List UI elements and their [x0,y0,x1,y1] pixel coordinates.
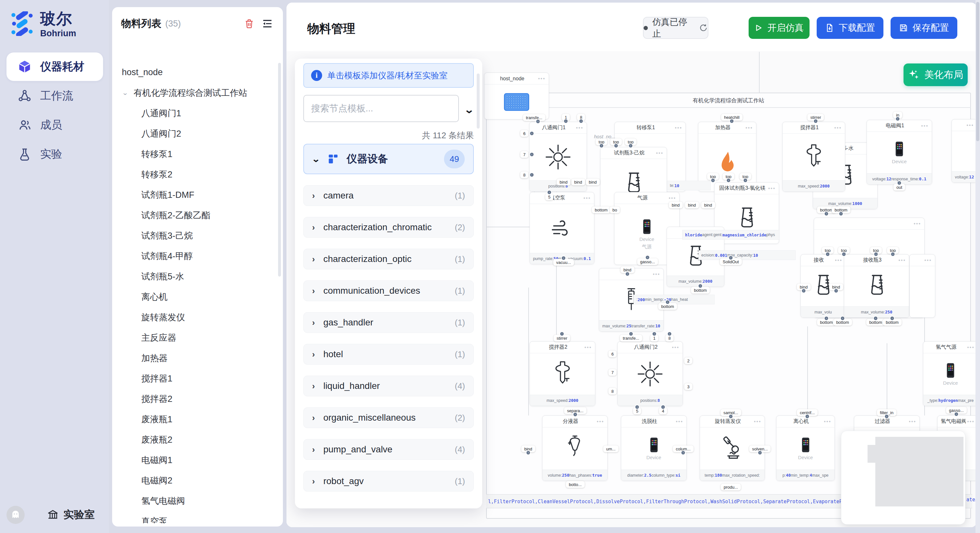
port-dot[interactable]: › [635,405,640,409]
canvas-node-接收瓶3[interactable]: 接收瓶3•••max_volume: 250 [844,254,909,318]
port-dot[interactable]: › [711,178,716,183]
port-dot[interactable]: › [665,300,670,305]
port-dot[interactable]: › [840,316,845,321]
tree-item[interactable]: 搅拌器1 [112,368,278,389]
port-pill-7[interactable]: 7 [608,369,616,376]
canvas-node-搅拌器1[interactable]: 搅拌器1•••max_speed: 2000 [782,122,845,192]
port-pill-bind[interactable]: bind [557,179,571,186]
port-dot[interactable]: › [891,252,896,257]
port-dot[interactable]: › [874,252,878,257]
category-row-hotel[interactable]: ›hotel(1) [303,344,474,365]
tree-item[interactable]: 电磁阀1 [112,450,278,470]
tree-item-host-node[interactable]: host_node [112,62,278,82]
port-pill-8[interactable]: 8 [520,171,528,178]
category-row-characterization_optic[interactable]: ›characterization_optic(1) [303,249,474,270]
port-dot[interactable]: › [896,117,900,121]
port-dot[interactable]: › [652,332,657,336]
port-dot[interactable]: › [625,272,630,276]
port-pill-botto...[interactable]: botto... [566,481,585,488]
palette-scrollbar[interactable] [477,73,480,128]
port-pill-7[interactable]: 7 [520,151,528,158]
port-dot[interactable]: › [698,284,703,289]
canvas-node-搅拌器2[interactable]: 搅拌器2•••max_speed: 2000 [530,341,595,406]
tree-item[interactable]: 八通阀门2 [112,124,278,144]
chevron-down-icon[interactable]: ⌄ [464,104,474,115]
port-pill-bottom[interactable]: bottom [592,206,611,213]
sidebar-item-members[interactable]: 成员 [6,111,103,139]
port-dot[interactable]: › [573,412,578,417]
port-pill-um...[interactable]: um... [603,446,619,452]
port-pill-bind[interactable]: bind [685,202,699,209]
port-dot[interactable]: › [530,173,535,178]
port-dot[interactable]: › [897,181,902,186]
port-dot[interactable]: › [526,451,531,455]
tree-item[interactable]: 电磁阀2 [112,470,278,490]
port-dot[interactable]: › [834,289,839,293]
port-pill-produ...[interactable]: produ... [721,484,741,490]
port-pill-bind[interactable]: bind [586,179,600,186]
canvas-node-card[interactable]: ••• [909,254,935,318]
port-pill-6[interactable]: 6 [520,130,528,137]
trash-icon[interactable] [243,17,256,30]
port-dot[interactable]: › [890,316,895,321]
minimap[interactable] [841,431,966,525]
category-row-pump_and_valve[interactable]: ›pump_and_valve(4) [303,439,474,460]
tree-item[interactable]: 氢气电磁阀 [112,490,278,511]
port-dot[interactable]: › [681,451,686,455]
port-dot[interactable]: › [599,143,604,148]
refresh-icon[interactable] [699,23,708,32]
category-group-instruments[interactable]: ⌄ 仪器设备 49 [303,144,474,174]
port-dot[interactable]: › [839,211,843,216]
category-row-characterization_chromatic[interactable]: ›characterization_chromatic(2) [303,217,474,238]
simulation-status-badge[interactable]: 仿真已停止 [643,17,708,39]
minimap-viewport[interactable] [875,437,964,506]
window-scrollbar[interactable] [975,0,980,533]
port-dot[interactable]: › [729,414,733,419]
port-pill-2[interactable]: 2 [684,357,692,364]
port-dot[interactable]: › [954,412,959,417]
port-pill-bind[interactable]: bind [571,179,585,186]
port-dot[interactable]: › [743,178,748,183]
port-dot[interactable]: › [629,332,633,336]
tree-item[interactable]: 试剂瓶4-甲醇 [112,246,278,266]
port-dot[interactable]: › [802,289,806,293]
tree-item[interactable]: 离心机 [112,287,278,307]
port-dot[interactable]: › [628,143,633,148]
port-dot[interactable]: › [824,211,829,216]
tree-item[interactable]: 主反应器 [112,327,278,348]
port-pill-8[interactable]: 8 [608,388,616,395]
port-pill-bo[interactable]: bo [609,206,620,213]
port-pill-bind[interactable]: bind [701,202,715,209]
port-dot[interactable]: › [873,316,878,321]
port-dot[interactable]: › [561,256,566,261]
port-dot[interactable]: › [530,131,535,136]
tree-item[interactable]: 旋转蒸发仪 [112,307,278,327]
canvas-node-离心机[interactable]: 离心机•••Devicep: 40 min_temp: 4 max_spe [776,416,835,481]
category-row-organic_miscellaneous[interactable]: ›organic_miscellaneous(2) [303,408,474,428]
port-dot[interactable]: › [824,316,829,321]
port-pill-3[interactable]: 3 [684,383,692,390]
canvas-node-氢气气源[interactable]: 氢气气源•••Device_type: hydrogen max_pre [923,341,977,406]
port-dot[interactable]: › [758,451,762,455]
tree-group-workstation[interactable]: ⌄有机化学流程综合测试工作站 [112,82,278,103]
canvas-node-八通阀门2[interactable]: 八通阀门2•••positions: 8 [617,341,683,406]
tree-item[interactable]: 八通阀门1 [112,103,278,124]
port-dot[interactable]: › [547,190,552,195]
download-config-button[interactable]: 下载配置 [817,17,883,39]
port-pill-transfe...[interactable]: transfe... [523,114,546,121]
avatar[interactable] [6,506,25,524]
category-row-communication_devices[interactable]: ›communication_devices(1) [303,281,474,301]
save-config-button[interactable]: 保存配置 [891,17,957,39]
sidebar-item-experiments[interactable]: 实验 [6,140,103,168]
port-dot[interactable]: › [560,332,565,336]
tree-item[interactable]: 试剂瓶2-乙酸乙酯 [112,205,278,225]
category-row-robot_agv[interactable]: ›robot_agv(1) [303,471,474,492]
port-dot[interactable]: › [579,119,584,124]
canvas-node-电磁阀1[interactable]: 电磁阀1•••Devicevoltage: 12 response_time: … [867,120,932,185]
materials-scrollbar[interactable] [278,63,281,276]
lab-entry[interactable]: 实验室 [47,508,95,522]
port-dot[interactable]: › [667,332,672,336]
start-simulation-button[interactable]: 开启仿真 [749,17,810,39]
search-template-input[interactable] [303,95,459,122]
tree-item[interactable]: 搅拌器2 [112,389,278,409]
